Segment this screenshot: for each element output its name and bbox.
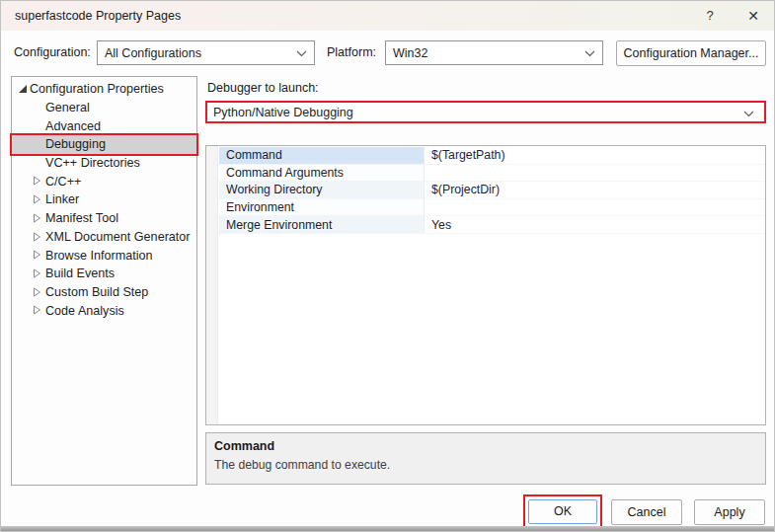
tree-item-label: Advanced xyxy=(45,119,101,133)
property-name: Environment xyxy=(219,199,424,217)
tree-item-debugging[interactable]: Debugging xyxy=(12,135,196,154)
help-button[interactable]: ? xyxy=(690,1,730,31)
property-name: Merge Environment xyxy=(219,216,424,234)
tree-item-label: Manifest Tool xyxy=(45,211,118,225)
configuration-label: Configuration: xyxy=(14,40,91,65)
tree-item-configuration-properties[interactable]: Configuration Properties xyxy=(12,80,196,99)
tree-item-linker[interactable]: Linker xyxy=(12,190,196,209)
tree-toggle-icon[interactable] xyxy=(32,232,41,242)
tree-toggle-icon[interactable] xyxy=(32,305,41,315)
tree-toggle-icon[interactable] xyxy=(32,268,41,278)
tree-toggle-icon[interactable] xyxy=(32,120,41,130)
configuration-select[interactable]: All Configurations xyxy=(97,40,315,65)
tree-item-label: Browse Information xyxy=(45,249,153,263)
debugger-to-launch-label: Debugger to launch: xyxy=(207,76,319,101)
property-value xyxy=(424,165,765,183)
description-title: Command xyxy=(214,439,757,453)
tree-toggle-icon[interactable] xyxy=(18,84,28,94)
tree-item-browse-information[interactable]: Browse Information xyxy=(12,246,196,265)
tree-item-label: Linker xyxy=(45,192,79,206)
tree-item-label: Debugging xyxy=(45,137,106,151)
property-row-working-directory[interactable]: Working Directory $(ProjectDir) xyxy=(219,182,765,199)
tree-toggle-icon[interactable] xyxy=(32,250,41,260)
property-grid: Command $(TargetPath) Command Arguments … xyxy=(205,145,766,425)
debugger-select[interactable]: Python/Native Debugging xyxy=(205,101,766,123)
property-name: Command xyxy=(219,147,424,165)
property-row-command-arguments[interactable]: Command Arguments xyxy=(219,165,765,183)
cancel-button[interactable]: Cancel xyxy=(611,499,682,525)
property-row-command[interactable]: Command $(TargetPath) xyxy=(219,147,765,165)
tree-item-label: General xyxy=(45,101,90,114)
tree-toggle-icon[interactable] xyxy=(32,139,41,149)
property-name: Working Directory xyxy=(219,182,424,199)
property-name: Command Arguments xyxy=(219,165,424,183)
tree-item-label: VC++ Directories xyxy=(45,156,140,170)
configuration-value: All Configurations xyxy=(105,46,201,60)
tree-item-advanced[interactable]: Advanced xyxy=(12,116,196,135)
property-pages-dialog: superfastcode Property Pages ? ✕ Configu… xyxy=(0,0,775,532)
tree-toggle-icon[interactable] xyxy=(32,103,41,113)
tree-item-xml-document-generator[interactable]: XML Document Generator xyxy=(12,228,196,247)
tree-item-code-analysis[interactable]: Code Analysis xyxy=(12,301,196,320)
tree-item-vc-directories[interactable]: VC++ Directories xyxy=(12,154,196,173)
tree-item-label: C/C++ xyxy=(45,175,81,189)
description-panel: Command The debug command to execute. xyxy=(205,432,766,485)
property-row-merge-environment[interactable]: Merge Environment Yes xyxy=(219,216,765,234)
tree-item-label: Configuration Properties xyxy=(30,82,164,96)
tree-item-label: Build Events xyxy=(45,266,115,280)
tree-item-custom-build-step[interactable]: Custom Build Step xyxy=(12,283,196,302)
ok-button[interactable]: OK xyxy=(528,499,597,524)
description-text: The debug command to execute. xyxy=(214,458,757,472)
platform-value: Win32 xyxy=(393,46,427,60)
chevron-down-icon xyxy=(743,111,754,117)
property-value: $(TargetPath) xyxy=(424,147,765,165)
tree-toggle-icon[interactable] xyxy=(32,287,41,297)
property-row-environment[interactable]: Environment xyxy=(219,199,765,217)
platform-label: Platform: xyxy=(327,40,376,65)
property-grid-gutter xyxy=(206,146,218,424)
debugger-value: Python/Native Debugging xyxy=(213,106,353,119)
configuration-tree: Configuration Properties General Advance… xyxy=(11,76,197,486)
tree-item-build-events[interactable]: Build Events xyxy=(12,265,196,283)
ok-annotation-box: OK xyxy=(523,494,602,528)
property-value: Yes xyxy=(424,216,765,234)
property-value: $(ProjectDir) xyxy=(424,182,765,199)
tree-toggle-icon[interactable] xyxy=(32,158,41,168)
chevron-down-icon xyxy=(296,50,307,57)
window-title: superfastcode Property Pages xyxy=(15,1,181,31)
tree-toggle-icon[interactable] xyxy=(32,213,41,223)
tree-item-label: Custom Build Step xyxy=(45,285,148,299)
tree-toggle-icon[interactable] xyxy=(32,176,41,186)
platform-select[interactable]: Win32 xyxy=(385,40,603,65)
property-value xyxy=(424,199,765,217)
tree-item-manifest-tool[interactable]: Manifest Tool xyxy=(12,209,196,228)
chevron-down-icon xyxy=(584,50,595,57)
tree-item-c-c-[interactable]: C/C++ xyxy=(12,172,196,190)
close-button[interactable]: ✕ xyxy=(734,1,773,31)
tree-item-label: XML Document Generator xyxy=(45,230,191,244)
configuration-manager-button[interactable]: Configuration Manager... xyxy=(616,40,766,66)
apply-button[interactable]: Apply xyxy=(694,499,765,525)
tree-toggle-icon[interactable] xyxy=(32,194,41,204)
titlebar: superfastcode Property Pages ? ✕ xyxy=(1,1,774,31)
dialog-bottom-shadow xyxy=(1,526,774,531)
tree-item-general[interactable]: General xyxy=(12,99,196,117)
tree-item-label: Code Analysis xyxy=(45,304,124,318)
